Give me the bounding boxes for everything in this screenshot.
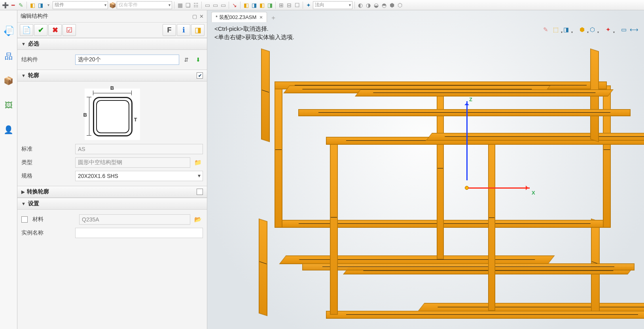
misc3-icon[interactable]: ☐ bbox=[294, 2, 301, 9]
material-checkbox[interactable] bbox=[21, 216, 28, 223]
group4-icon[interactable]: ◨ bbox=[266, 2, 273, 9]
collapse-icon: ▼ bbox=[21, 73, 26, 78]
render1-icon[interactable]: ◐ bbox=[357, 2, 364, 9]
section-required-header[interactable]: ▼必选 bbox=[17, 38, 207, 50]
expand-list-icon[interactable]: ⇵ bbox=[182, 55, 191, 64]
window-icon[interactable]: ▭ bbox=[619, 25, 628, 34]
align-icon[interactable]: ☷ bbox=[192, 2, 199, 9]
instance-input[interactable] bbox=[75, 228, 203, 238]
snap1-icon[interactable]: ▭ bbox=[204, 2, 211, 9]
axis-z bbox=[466, 101, 468, 180]
cube-view-icon[interactable]: ⬚ bbox=[551, 25, 560, 34]
type-browse-icon[interactable]: 📁 bbox=[193, 157, 203, 168]
snap3-icon[interactable]: ▭ bbox=[220, 2, 227, 9]
view-toolbar: ✎ ⬚ ◨ ⬢ ⬡ ✦ ▭ ⟷ bbox=[541, 25, 638, 34]
cube-yellow-icon[interactable]: ◧ bbox=[29, 2, 36, 9]
hint-line-1: <Ctrl-pick>取消选择. bbox=[214, 25, 294, 33]
box-view-icon[interactable]: ◨ bbox=[562, 25, 570, 34]
confirm-button[interactable]: ✔ bbox=[34, 24, 47, 36]
separator bbox=[240, 2, 241, 9]
material-browse-icon[interactable]: 📂 bbox=[193, 214, 203, 225]
wire-icon[interactable]: ⬡ bbox=[588, 25, 597, 34]
section-settings-body: 材料 📂 实例名称 bbox=[17, 210, 207, 243]
panel-toolbar: 📄 ✔ ✖ ☑ F ℹ ◨ bbox=[17, 22, 207, 38]
section-profile-header[interactable]: ▼轮廓 bbox=[17, 70, 207, 81]
section-transform-title: 转换轮廓 bbox=[27, 188, 49, 195]
render2-icon[interactable]: ◑ bbox=[365, 2, 372, 9]
part-icon[interactable]: 📦 bbox=[3, 75, 14, 86]
layer-icon[interactable]: ❏ bbox=[184, 2, 191, 9]
apply-button[interactable]: ☑ bbox=[63, 24, 76, 36]
separator bbox=[303, 2, 303, 9]
top-toolbar: ➕ ━ ✎ ◧ ◨ ▾ 组件 📦 仅有零件 ▦ ❏ ☷ ▭ ▭ ▭ ↘ ◧ ◨ … bbox=[0, 0, 644, 10]
hierarchy-icon[interactable]: 品 bbox=[3, 51, 14, 62]
measure-icon[interactable]: ⟷ bbox=[630, 25, 638, 34]
transform-enable-checkbox[interactable] bbox=[197, 189, 203, 195]
render3-icon[interactable]: ◒ bbox=[373, 2, 380, 9]
axis-x bbox=[466, 187, 530, 189]
grid-icon[interactable]: ▦ bbox=[176, 2, 184, 9]
minimize-icon[interactable]: ▢ bbox=[192, 13, 197, 19]
dim-b-left: B bbox=[83, 112, 87, 118]
edit-sheet-icon[interactable]: 📄 bbox=[4, 25, 15, 36]
image-icon[interactable]: 🖼 bbox=[3, 100, 14, 111]
profile-enable-checkbox[interactable] bbox=[197, 72, 203, 79]
separator bbox=[201, 2, 202, 9]
scope-dropdown[interactable]: 组件 bbox=[53, 1, 108, 9]
section-settings-title: 设置 bbox=[28, 200, 39, 206]
misc1-icon[interactable]: ⊞ bbox=[278, 2, 285, 9]
user-icon[interactable]: 👤 bbox=[3, 124, 14, 135]
section-transform-header[interactable]: ▶转换轮廓 bbox=[17, 186, 207, 198]
viewport[interactable]: * 装配002.Z3ASM × ＋ <Ctrl-pick>取消选择. <单击右键… bbox=[207, 10, 644, 329]
dim-t: T bbox=[134, 117, 137, 123]
left-iconbar: 📄 🔷 品 📦 🖼 👤 bbox=[0, 10, 17, 329]
orient-dropdown[interactable]: 法向 bbox=[313, 1, 352, 9]
side-panel-button[interactable]: ◨ bbox=[191, 24, 205, 36]
axis-icon[interactable]: ✦ bbox=[305, 2, 312, 9]
spec-dropdown[interactable]: 20X20X1.6 SHS bbox=[75, 171, 203, 181]
render6-icon[interactable]: ⬡ bbox=[396, 2, 403, 9]
snap2-icon[interactable]: ▭ bbox=[212, 2, 219, 9]
cube-blue-icon[interactable]: ◨ bbox=[37, 2, 44, 9]
target-icon[interactable]: ✦ bbox=[604, 25, 612, 34]
tool-remove-icon[interactable]: ━ bbox=[9, 2, 17, 9]
tool-insert-icon[interactable]: ➕ bbox=[2, 2, 9, 9]
tab-strip: * 装配002.Z3ASM × ＋ bbox=[207, 10, 644, 22]
collapse-icon: ▼ bbox=[21, 201, 26, 206]
filter-dropdown-text: 仅有零件 bbox=[119, 2, 138, 8]
separator bbox=[354, 2, 355, 9]
info-button[interactable]: ℹ bbox=[177, 24, 190, 36]
pencil-icon[interactable]: ✎ bbox=[541, 25, 550, 34]
tab-add-button[interactable]: ＋ bbox=[269, 14, 278, 22]
member-input[interactable] bbox=[75, 55, 179, 65]
type-field bbox=[75, 157, 190, 168]
shade-icon[interactable]: ⬢ bbox=[578, 25, 586, 34]
expand-icon: ▶ bbox=[21, 189, 25, 194]
doc-icon-button[interactable]: 📄 bbox=[20, 24, 33, 36]
close-icon[interactable]: ✕ bbox=[199, 13, 204, 19]
misc2-icon[interactable]: ⊟ bbox=[286, 2, 293, 9]
member-label: 结构件 bbox=[21, 56, 73, 63]
separator bbox=[229, 2, 229, 9]
download-icon[interactable]: ⬇ bbox=[193, 55, 203, 64]
f-button[interactable]: F bbox=[163, 24, 176, 36]
tool-edit-icon[interactable]: ✎ bbox=[17, 2, 25, 9]
document-tab[interactable]: * 装配002.Z3ASM × bbox=[211, 12, 267, 22]
arrow-icon[interactable]: ↘ bbox=[231, 2, 238, 9]
filter-dropdown[interactable]: 仅有零件 bbox=[117, 1, 172, 9]
group2-icon[interactable]: ◨ bbox=[250, 2, 258, 9]
model-canvas[interactable]: Z X bbox=[247, 34, 628, 321]
render5-icon[interactable]: ⬢ bbox=[388, 2, 396, 9]
chevron-down-icon[interactable]: ▾ bbox=[45, 2, 52, 9]
package-icon[interactable]: 📦 bbox=[109, 2, 116, 9]
scope-dropdown-text: 组件 bbox=[55, 2, 64, 8]
separator bbox=[174, 2, 174, 9]
group3-icon[interactable]: ◧ bbox=[258, 2, 265, 9]
section-settings-header[interactable]: ▼设置 bbox=[17, 198, 207, 210]
render4-icon[interactable]: ◓ bbox=[381, 2, 388, 9]
material-field bbox=[79, 214, 190, 225]
panel-titlebar: 编辑结构件 ▢ ✕ bbox=[17, 10, 207, 22]
tab-close-icon[interactable]: × bbox=[259, 14, 263, 20]
cancel-button[interactable]: ✖ bbox=[48, 24, 62, 36]
group1-icon[interactable]: ◧ bbox=[242, 2, 250, 9]
